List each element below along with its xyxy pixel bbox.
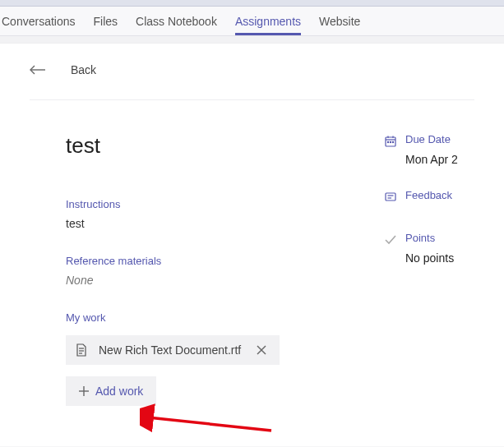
tab-website[interactable]: Website (319, 7, 360, 35)
add-work-button[interactable]: Add work (66, 376, 156, 406)
attached-file-chip[interactable]: New Rich Text Document.rtf (66, 335, 280, 365)
content-area: test Instructions test Reference materia… (30, 100, 474, 406)
window-top-strip (0, 0, 504, 7)
right-column: Due Date Mon Apr 2 Feedback (384, 133, 474, 406)
back-button[interactable]: Back (30, 63, 474, 100)
instructions-label: Instructions (66, 198, 351, 210)
feedback-icon (384, 191, 397, 204)
svg-rect-15 (386, 193, 395, 200)
points-value: No points (405, 251, 474, 265)
assignment-title: test (66, 133, 351, 159)
due-date-label: Due Date (405, 133, 451, 145)
tab-bar: Conversations Files Class Notebook Assig… (0, 7, 504, 36)
instructions-value: test (66, 217, 351, 230)
checkmark-icon (384, 233, 397, 247)
svg-point-13 (390, 141, 391, 142)
reference-materials-label: Reference materials (66, 255, 351, 267)
reference-materials-value: None (66, 274, 351, 287)
tab-conversations[interactable]: Conversations (2, 7, 76, 35)
document-icon (76, 343, 89, 357)
plus-icon (79, 386, 89, 396)
back-label: Back (71, 63, 96, 76)
points-label: Points (405, 232, 435, 244)
add-work-label: Add work (95, 385, 143, 398)
calendar-icon (384, 135, 397, 148)
attached-file-name: New Rich Text Document.rtf (99, 343, 243, 357)
back-arrow-icon (30, 65, 46, 75)
left-column: test Instructions test Reference materia… (66, 133, 351, 406)
remove-file-icon[interactable] (253, 343, 270, 357)
my-work-label: My work (66, 311, 351, 324)
svg-point-12 (387, 141, 388, 142)
due-date-row: Due Date (384, 133, 474, 148)
feedback-row[interactable]: Feedback (384, 189, 474, 204)
tab-files[interactable]: Files (94, 7, 118, 35)
points-row: Points (384, 232, 474, 247)
svg-point-14 (392, 141, 393, 142)
spacer-strip (0, 36, 504, 43)
feedback-label: Feedback (405, 189, 452, 201)
due-date-value: Mon Apr 2 (405, 153, 474, 166)
assignment-page: Back test Instructions test Reference ma… (0, 43, 504, 446)
tab-assignments[interactable]: Assignments (235, 7, 301, 35)
tab-class-notebook[interactable]: Class Notebook (136, 7, 217, 35)
